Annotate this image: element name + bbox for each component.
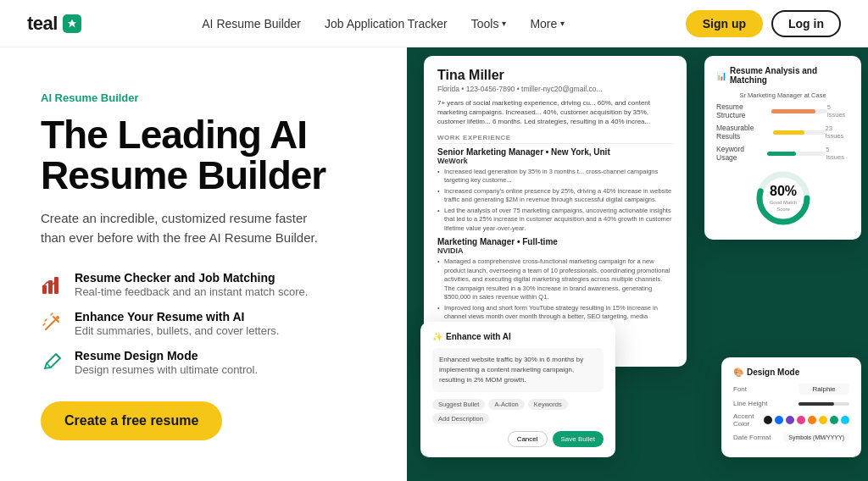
wand-small-icon: ✨ — [432, 332, 442, 341]
nav-tools[interactable]: Tools ▾ — [471, 17, 507, 30]
design-row-accent: Accent Color — [733, 412, 849, 428]
features-list: Resume Checker and Job Matching Real-tim… — [41, 271, 380, 376]
login-button[interactable]: Log in — [771, 10, 841, 37]
svg-text:Score: Score — [776, 207, 790, 212]
analysis-row-keywords: Keyword Usage 5 Issues — [716, 145, 849, 162]
analysis-row-results: Measurable Results 23 Issues — [716, 124, 849, 141]
enhance-card: ✨ Enhance with AI Enhanced website traff… — [420, 322, 615, 457]
color-dot-yellow[interactable] — [819, 416, 827, 424]
feature-design-title: Resume Design Mode — [75, 349, 258, 362]
bullet-3: Led the analysis of over 75 marketing ca… — [437, 207, 673, 234]
hero-visual: Tina Miller Florida • 123-0456-7890 • tm… — [407, 47, 868, 481]
color-dot-pink[interactable] — [797, 416, 805, 424]
chip-action[interactable]: A-Action — [488, 399, 524, 410]
resume-contact: Florida • 123-0456-7890 • tmiller-nyc20@… — [437, 85, 673, 93]
feature-checker-title: Resume Checker and Job Matching — [75, 271, 308, 285]
enhance-cancel-button[interactable]: Cancel — [508, 431, 548, 447]
design-row-lineheight: Line Height — [733, 400, 849, 407]
analysis-card: 📊 Resume Analysis and Matching Sr Market… — [704, 56, 861, 240]
chip-keywords[interactable]: Keywords — [528, 399, 568, 410]
svg-point-3 — [56, 316, 59, 319]
nav-actions: Sign up Log in — [686, 10, 841, 37]
hero-section: AI Resume Builder The Leading AI Resume … — [0, 47, 407, 481]
svg-text:80%: 80% — [769, 184, 796, 198]
analysis-row-structure: Resume Structure 5 Issues — [716, 102, 849, 119]
job-title-1: Senior Marketing Manager • New York, Uni… — [437, 147, 673, 157]
color-dot-cyan[interactable] — [841, 416, 849, 424]
chevron-down-icon: ▾ — [560, 19, 565, 28]
design-row-font: Font Ralphie — [733, 384, 849, 395]
signup-button[interactable]: Sign up — [686, 10, 763, 37]
resume-preview-card: Tina Miller Florida • 123-0456-7890 • tm… — [424, 56, 687, 367]
enhance-title-text: Enhance with AI — [446, 332, 511, 341]
feature-checker: Resume Checker and Job Matching Real-tim… — [41, 271, 380, 298]
color-dot-black[interactable] — [764, 416, 772, 424]
chip-suggest[interactable]: Suggest Bullet — [432, 399, 485, 410]
feature-design-desc: Design resumes with ultimate control. — [75, 363, 258, 376]
logo-text: teal — [27, 13, 58, 35]
color-dot-purple[interactable] — [786, 416, 794, 424]
logo[interactable]: teal — [27, 13, 81, 35]
feature-enhance-desc: Edit summaries, bullets, and cover lette… — [75, 324, 279, 337]
resume-summary: 7+ years of social marketing experience,… — [437, 98, 673, 127]
hero-title: The Leading AI Resume Builder — [41, 114, 380, 196]
feature-enhance-title: Enhance Your Resume with AI — [75, 310, 279, 323]
nav-links: AI Resume Builder Job Application Tracke… — [202, 17, 565, 30]
bullet-2: Increased company's online presence by 2… — [437, 187, 673, 205]
pencil-icon — [41, 350, 64, 373]
feature-checker-desc: Real-time feedback and an instant match … — [75, 285, 308, 298]
company-2: NVIDIA — [437, 246, 673, 255]
feature-enhance: Enhance Your Resume with AI Edit summari… — [41, 310, 380, 337]
resume-name: Tina Miller — [437, 68, 673, 83]
color-dot-blue[interactable] — [775, 416, 783, 424]
bullet-1: Increased lead generation by 35% in 3 mo… — [437, 168, 673, 185]
chevron-down-icon: ▾ — [502, 19, 506, 28]
resume-section: WORK EXPERIENCE — [437, 134, 673, 144]
color-dot-orange[interactable] — [808, 416, 816, 424]
analysis-job-target: Sr Marketing Manager at Case — [716, 91, 849, 99]
design-title-text: Design Mode — [747, 368, 799, 377]
design-card: 🎨 Design Mode Font Ralphie Line Height A… — [721, 357, 861, 457]
enhance-save-button[interactable]: Save Bullet — [553, 431, 604, 447]
bullet-4: Managed a comprehensive cross-functional… — [437, 257, 673, 302]
wand-icon — [41, 311, 64, 334]
create-resume-button[interactable]: Create a free resume — [41, 401, 222, 440]
color-dot-green[interactable] — [830, 416, 838, 424]
chart-icon — [41, 272, 64, 296]
enhance-actions: Cancel Save Bullet — [432, 431, 604, 447]
nav-more[interactable]: More ▾ — [530, 17, 565, 30]
accent-color-dots — [764, 416, 849, 424]
eyebrow-label: AI Resume Builder — [41, 91, 380, 104]
chip-desc[interactable]: Add Description — [432, 413, 489, 424]
svg-text:Good Match: Good Match — [769, 200, 797, 205]
main-content: AI Resume Builder The Leading AI Resume … — [0, 47, 868, 481]
line-height-slider[interactable] — [798, 402, 849, 406]
design-row-date: Date Format Symbols (MM/YYYY) — [733, 433, 849, 442]
enhance-chips: Suggest Bullet A-Action Keywords Add Des… — [432, 399, 604, 424]
navbar: teal AI Resume Builder Job Application T… — [0, 0, 868, 47]
design-icon: 🎨 — [733, 368, 743, 377]
company-1: WeWork — [437, 157, 673, 165]
nav-job-tracker[interactable]: Job Application Tracker — [325, 17, 448, 30]
enhance-text-preview: Enhanced website traffic by 30% in 6 mon… — [432, 348, 604, 392]
feature-design: Resume Design Mode Design resumes with u… — [41, 349, 380, 376]
hero-subtitle: Create an incredible, customized resume … — [41, 209, 329, 247]
nav-ai-resume[interactable]: AI Resume Builder — [202, 17, 301, 30]
score-circle-chart: 80% Good Match Score — [754, 169, 813, 228]
job-title-2: Marketing Manager • Full-time — [437, 237, 673, 246]
logo-icon — [63, 14, 81, 33]
analysis-title-text: Resume Analysis and Matching — [730, 66, 849, 85]
